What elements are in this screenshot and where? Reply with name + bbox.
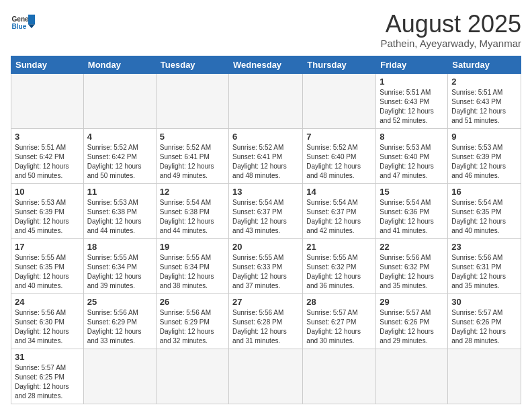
day-number: 4 [87,132,152,142]
day-info: Sunrise: 5:55 AM Sunset: 6:33 PM Dayligh… [232,253,299,291]
day-info: Sunrise: 5:51 AM Sunset: 6:42 PM Dayligh… [15,143,80,181]
calendar-cell: 7Sunrise: 5:52 AM Sunset: 6:40 PM Daylig… [303,128,376,183]
svg-text:Blue: Blue [11,23,26,30]
calendar-cell: 2Sunrise: 5:51 AM Sunset: 6:43 PM Daylig… [448,73,521,128]
day-info: Sunrise: 5:53 AM Sunset: 6:38 PM Dayligh… [87,198,152,236]
day-number: 17 [15,242,80,252]
day-number: 1 [380,77,444,87]
day-info: Sunrise: 5:54 AM Sunset: 6:35 PM Dayligh… [451,198,517,236]
day-info: Sunrise: 5:53 AM Sunset: 6:39 PM Dayligh… [15,198,80,236]
calendar-cell: 15Sunrise: 5:54 AM Sunset: 6:36 PM Dayli… [376,183,448,238]
week-row-5: 31Sunrise: 5:57 AM Sunset: 6:25 PM Dayli… [11,349,521,404]
day-number: 8 [380,132,444,142]
day-number: 16 [451,187,517,197]
day-info: Sunrise: 5:54 AM Sunset: 6:36 PM Dayligh… [380,198,444,236]
day-info: Sunrise: 5:56 AM Sunset: 6:28 PM Dayligh… [232,308,299,346]
svg-marker-2 [28,15,35,24]
week-row-2: 10Sunrise: 5:53 AM Sunset: 6:39 PM Dayli… [11,183,521,238]
weekday-header-tuesday: Tuesday [156,56,228,73]
day-info: Sunrise: 5:56 AM Sunset: 6:31 PM Dayligh… [451,253,517,291]
day-number: 31 [15,352,80,362]
day-number: 7 [306,132,372,142]
day-number: 23 [451,242,517,252]
weekday-header-saturday: Saturday [448,56,521,73]
day-number: 27 [232,297,299,307]
day-info: Sunrise: 5:52 AM Sunset: 6:42 PM Dayligh… [87,143,152,181]
day-info: Sunrise: 5:55 AM Sunset: 6:34 PM Dayligh… [160,253,225,291]
day-info: Sunrise: 5:57 AM Sunset: 6:26 PM Dayligh… [380,308,444,346]
calendar-cell: 6Sunrise: 5:52 AM Sunset: 6:41 PM Daylig… [229,128,303,183]
day-info: Sunrise: 5:56 AM Sunset: 6:32 PM Dayligh… [380,253,444,291]
day-number: 2 [451,77,517,87]
title-block: August 2025 Pathein, Ayeyarwady, Myanmar [380,11,521,49]
calendar-cell [303,349,376,404]
day-info: Sunrise: 5:55 AM Sunset: 6:34 PM Dayligh… [87,253,152,291]
calendar-cell [229,73,303,128]
calendar-subtitle: Pathein, Ayeyarwady, Myanmar [380,38,521,49]
calendar-cell [83,73,156,128]
weekday-header-friday: Friday [376,56,448,73]
calendar-cell [229,349,303,404]
day-number: 28 [306,297,372,307]
calendar-cell: 28Sunrise: 5:57 AM Sunset: 6:27 PM Dayli… [303,293,376,349]
calendar-cell: 22Sunrise: 5:56 AM Sunset: 6:32 PM Dayli… [376,238,448,293]
calendar-cell: 13Sunrise: 5:54 AM Sunset: 6:37 PM Dayli… [229,183,303,238]
day-number: 30 [451,297,517,307]
day-number: 5 [160,132,225,142]
calendar-cell [11,73,84,128]
day-number: 10 [15,187,80,197]
calendar-cell: 30Sunrise: 5:57 AM Sunset: 6:26 PM Dayli… [448,293,521,349]
day-number: 26 [160,297,225,307]
day-info: Sunrise: 5:54 AM Sunset: 6:38 PM Dayligh… [160,198,225,236]
calendar-cell: 12Sunrise: 5:54 AM Sunset: 6:38 PM Dayli… [156,183,228,238]
day-info: Sunrise: 5:56 AM Sunset: 6:29 PM Dayligh… [160,308,225,346]
day-number: 24 [15,297,80,307]
calendar-cell: 27Sunrise: 5:56 AM Sunset: 6:28 PM Dayli… [229,293,303,349]
weekday-header-row: SundayMondayTuesdayWednesdayThursdayFrid… [11,56,521,73]
day-number: 14 [306,187,372,197]
day-info: Sunrise: 5:51 AM Sunset: 6:43 PM Dayligh… [451,88,517,126]
day-info: Sunrise: 5:54 AM Sunset: 6:37 PM Dayligh… [232,198,299,236]
calendar-cell [156,349,228,404]
calendar-cell: 24Sunrise: 5:56 AM Sunset: 6:30 PM Dayli… [11,293,84,349]
week-row-0: 1Sunrise: 5:51 AM Sunset: 6:43 PM Daylig… [11,73,521,128]
day-info: Sunrise: 5:53 AM Sunset: 6:40 PM Dayligh… [380,143,444,181]
day-info: Sunrise: 5:57 AM Sunset: 6:27 PM Dayligh… [306,308,372,346]
weekday-header-monday: Monday [83,56,156,73]
week-row-3: 17Sunrise: 5:55 AM Sunset: 6:35 PM Dayli… [11,238,521,293]
calendar-cell: 19Sunrise: 5:55 AM Sunset: 6:34 PM Dayli… [156,238,228,293]
day-number: 12 [160,187,225,197]
svg-marker-3 [28,24,35,28]
calendar-cell: 29Sunrise: 5:57 AM Sunset: 6:26 PM Dayli… [376,293,448,349]
calendar-cell: 17Sunrise: 5:55 AM Sunset: 6:35 PM Dayli… [11,238,84,293]
calendar-cell: 14Sunrise: 5:54 AM Sunset: 6:37 PM Dayli… [303,183,376,238]
day-info: Sunrise: 5:55 AM Sunset: 6:35 PM Dayligh… [15,253,80,291]
page-header: General Blue August 2025 Pathein, Ayeyar… [11,11,521,49]
calendar-cell [83,349,156,404]
calendar-table: SundayMondayTuesdayWednesdayThursdayFrid… [11,56,521,404]
day-number: 11 [87,187,152,197]
calendar-cell: 21Sunrise: 5:55 AM Sunset: 6:32 PM Dayli… [303,238,376,293]
calendar-cell: 16Sunrise: 5:54 AM Sunset: 6:35 PM Dayli… [448,183,521,238]
day-info: Sunrise: 5:53 AM Sunset: 6:39 PM Dayligh… [451,143,517,181]
calendar-cell: 25Sunrise: 5:56 AM Sunset: 6:29 PM Dayli… [83,293,156,349]
day-number: 13 [232,187,299,197]
calendar-cell: 5Sunrise: 5:52 AM Sunset: 6:41 PM Daylig… [156,128,228,183]
day-info: Sunrise: 5:51 AM Sunset: 6:43 PM Dayligh… [380,88,444,126]
weekday-header-wednesday: Wednesday [229,56,303,73]
day-number: 29 [380,297,444,307]
day-info: Sunrise: 5:54 AM Sunset: 6:37 PM Dayligh… [306,198,372,236]
day-info: Sunrise: 5:52 AM Sunset: 6:40 PM Dayligh… [306,143,372,181]
day-info: Sunrise: 5:57 AM Sunset: 6:26 PM Dayligh… [451,308,517,346]
day-number: 25 [87,297,152,307]
logo: General Blue [11,11,35,35]
day-number: 20 [232,242,299,252]
day-number: 21 [306,242,372,252]
day-info: Sunrise: 5:55 AM Sunset: 6:32 PM Dayligh… [306,253,372,291]
calendar-cell: 4Sunrise: 5:52 AM Sunset: 6:42 PM Daylig… [83,128,156,183]
week-row-1: 3Sunrise: 5:51 AM Sunset: 6:42 PM Daylig… [11,128,521,183]
calendar-cell: 3Sunrise: 5:51 AM Sunset: 6:42 PM Daylig… [11,128,84,183]
day-info: Sunrise: 5:56 AM Sunset: 6:29 PM Dayligh… [87,308,152,346]
week-row-4: 24Sunrise: 5:56 AM Sunset: 6:30 PM Dayli… [11,293,521,349]
calendar-cell: 10Sunrise: 5:53 AM Sunset: 6:39 PM Dayli… [11,183,84,238]
